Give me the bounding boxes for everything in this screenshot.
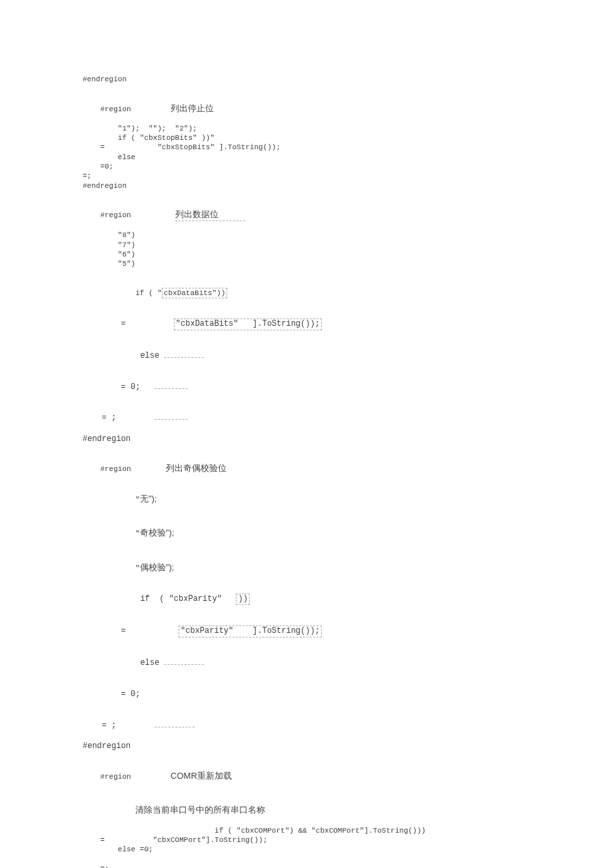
code-line: "无"); (83, 484, 586, 514)
code-line: else =0; (83, 845, 586, 854)
code-line: "1"); ""); "2"); (83, 124, 586, 133)
region-header: #region COMR重新加载 (83, 761, 586, 791)
code-line: if ( "cbxParity" )) (83, 583, 586, 616)
code-line: = 0; (83, 372, 586, 403)
dash-rule (155, 419, 188, 420)
region-title: 列出数据位 (175, 209, 245, 221)
code-line: 清除当前串口号中的所有串口名称 (83, 795, 586, 825)
cn-comment: 清除当前串口号中的所有串口名称 (135, 805, 265, 815)
code-line: #endregion (83, 741, 586, 752)
kw-region: #region (100, 211, 131, 219)
code-line: "5") (83, 259, 586, 268)
kw-region: #region (100, 465, 131, 473)
token-box: )) (236, 594, 249, 606)
code-line: "6") (83, 250, 586, 259)
code-line: =; (83, 854, 586, 868)
kw-region: #region (100, 773, 131, 781)
code-line: = "cbxDataBits" ].ToString()); (83, 308, 586, 340)
cn-literal: 奇校验"); (140, 528, 175, 538)
dash-rule (164, 357, 204, 358)
region-title: 列出停止位 (171, 103, 214, 113)
token-box: "cbxDataBits" ].ToString()); (174, 318, 322, 330)
code-line: = "cbxCOMPort"].ToString()); (83, 835, 586, 845)
code-line: else (83, 648, 586, 679)
code-line: "8") (83, 230, 586, 240)
region-header: #region 列出停止位 (83, 93, 586, 123)
code-line: #endregion (83, 181, 586, 191)
code-line: if ( "cbxDataBits")) (83, 278, 586, 308)
token-box: cbxDataBits")) (162, 288, 227, 298)
cn-literal: 偶校验"); (140, 562, 175, 572)
dash-rule (164, 664, 204, 665)
cn-literal: 无"); (140, 494, 157, 504)
code-line: else (83, 340, 586, 372)
region-header: #region 列出奇偶校验位 (83, 454, 586, 484)
code-line: if ( "cbxCOMPort") && "cbxCOMPort"].ToSt… (83, 826, 586, 835)
region-header: #region 列出数据位 (83, 200, 586, 230)
code-line: #endregion (83, 434, 586, 445)
code-line: else (83, 153, 586, 162)
token-box: "cbxParity" ].ToString()); (179, 626, 322, 638)
code-line: if ( "cbxStopBits" ))" (83, 133, 586, 143)
code-line: "奇校验"); (83, 518, 586, 548)
code-line: = "cbxStopBits" ].ToString()); (83, 143, 586, 152)
code-line: =0; (83, 162, 586, 171)
code-line: = ; (83, 710, 586, 741)
code-line: #endregion (83, 75, 586, 84)
region-title: COMR重新加载 (171, 771, 232, 781)
region-title: 列出奇偶校验位 (166, 463, 227, 473)
dash-rule (155, 388, 188, 389)
code-line: = "cbxParity" ].ToString()); (83, 616, 586, 648)
dash-rule (155, 727, 195, 727)
code-line: = ; (83, 403, 586, 434)
code-line: = 0; (83, 679, 586, 710)
code-line: "偶校验"); (83, 553, 586, 583)
document-page: #endregion #region 列出停止位 "1"); ""); "2")… (0, 0, 613, 868)
kw-region: #region (100, 105, 131, 113)
code-line: "7") (83, 240, 586, 250)
code-line: =; (83, 171, 586, 181)
